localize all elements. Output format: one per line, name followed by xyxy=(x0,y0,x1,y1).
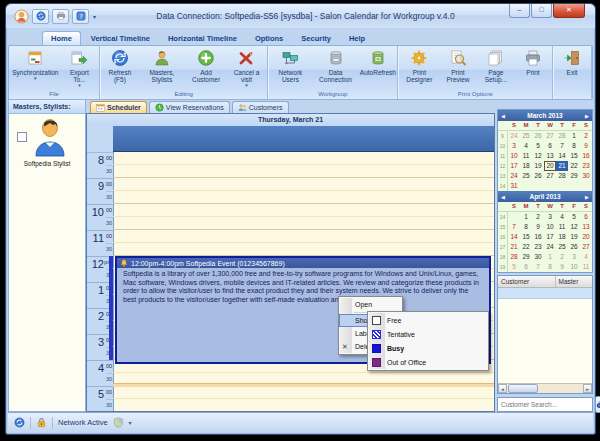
calendar-day[interactable]: 10 xyxy=(544,222,556,232)
submenu-item-out-of-office[interactable]: Out of Office xyxy=(368,355,488,369)
calendar-day[interactable]: 17 xyxy=(508,161,520,171)
ribbon-button-cancel-a-visit[interactable]: Cancel a visit▾ xyxy=(227,47,266,89)
calendar-day[interactable]: 9 xyxy=(580,141,592,151)
calendar-day[interactable]: 28 xyxy=(508,252,520,262)
menu-item-open[interactable]: Open xyxy=(339,298,402,311)
calendar-day[interactable]: 11 xyxy=(580,262,592,272)
calendar-day[interactable]: 18 xyxy=(556,232,568,242)
calendar-day[interactable]: 22 xyxy=(568,161,580,171)
calendar-day[interactable]: 4 xyxy=(556,212,568,222)
calendar-day[interactable]: 25 xyxy=(556,242,568,252)
calendar-day[interactable]: 12 xyxy=(532,151,544,161)
submenu-item-tentative[interactable]: Tentative xyxy=(368,327,488,341)
calendar-day[interactable]: 7 xyxy=(556,141,568,151)
calendar-day[interactable]: 28 xyxy=(556,171,568,181)
calendar-day[interactable]: 6 xyxy=(580,212,592,222)
calendar-day[interactable]: 12 xyxy=(568,222,580,232)
master-column-header[interactable]: Master xyxy=(556,276,592,287)
calendar-day[interactable]: 8 xyxy=(568,141,580,151)
customer-search-input[interactable] xyxy=(497,397,593,412)
calendar-day[interactable]: 25 xyxy=(520,131,532,141)
calendar-day[interactable]: 3 xyxy=(568,252,580,262)
ribbon-tab-vertical-timeline[interactable]: Vertical Timeline xyxy=(83,32,158,45)
calendar-day[interactable]: 23 xyxy=(580,161,592,171)
calendar-day[interactable]: 20 xyxy=(544,161,556,171)
calendar-day[interactable]: 17 xyxy=(544,232,556,242)
calendar-day[interactable]: 13 xyxy=(544,151,556,161)
time-slot[interactable] xyxy=(113,243,494,256)
calendar-day[interactable]: 20 xyxy=(580,232,592,242)
prev-month-icon[interactable]: ◀ xyxy=(498,194,508,200)
calendar-day[interactable]: 6 xyxy=(520,262,532,272)
calendar-day[interactable]: 16 xyxy=(532,232,544,242)
calendar-day[interactable]: 11 xyxy=(520,151,532,161)
calendar-day[interactable]: 15 xyxy=(520,232,532,242)
calendar-day[interactable]: 8 xyxy=(544,262,556,272)
calendar-day[interactable]: 1 xyxy=(520,212,532,222)
calendar-day[interactable]: 9 xyxy=(532,222,544,232)
time-slot[interactable] xyxy=(113,217,494,230)
calendar-day[interactable]: 10 xyxy=(508,151,520,161)
close-button[interactable]: ✕ xyxy=(553,4,585,18)
calendar-day[interactable]: 2 xyxy=(580,131,592,141)
calendar-day[interactable]: 27 xyxy=(544,131,556,141)
calendar-day[interactable]: 15 xyxy=(568,151,580,161)
time-slot[interactable] xyxy=(113,230,494,243)
network-shield-icon[interactable] xyxy=(113,417,124,428)
ribbon-tab-security[interactable]: Security xyxy=(293,32,339,45)
ribbon-button-masters-stylists[interactable]: Masters, Stylists xyxy=(139,47,186,89)
calendar-day[interactable]: 21 xyxy=(508,242,520,252)
ribbon-button-print[interactable]: Print xyxy=(515,47,551,89)
calendar-day[interactable]: 25 xyxy=(520,171,532,181)
ribbon-tab-horizontal-timeline[interactable]: Horizontal Timeline xyxy=(160,32,245,45)
ribbon-button-refresh-f5[interactable]: Refresh (F5) xyxy=(101,47,138,89)
calendar-day[interactable]: 1 xyxy=(568,131,580,141)
next-month-icon[interactable]: ▶ xyxy=(582,194,592,200)
calendar-day[interactable]: 19 xyxy=(568,232,580,242)
calendar-day[interactable]: 6 xyxy=(544,141,556,151)
customer-column-header[interactable]: Customer xyxy=(498,276,556,287)
calendar-day[interactable]: 5 xyxy=(532,141,544,151)
time-slot[interactable] xyxy=(113,165,494,178)
calendar-day[interactable]: 28 xyxy=(556,131,568,141)
ribbon-button-add-customer[interactable]: Add Customer xyxy=(185,47,227,89)
calendar-day[interactable]: 30 xyxy=(532,252,544,262)
status-dropdown-icon[interactable]: ▾ xyxy=(129,419,132,426)
customer-grid-hscrollbar[interactable]: ◂ ▸ xyxy=(498,383,592,393)
submenu-item-free[interactable]: Free xyxy=(368,313,488,327)
refresh-status-icon[interactable] xyxy=(14,417,25,428)
ribbon-button-print-preview[interactable]: Print Preview xyxy=(439,47,476,89)
stylist-checkbox[interactable] xyxy=(17,132,27,142)
calendar-day[interactable]: 24 xyxy=(544,242,556,252)
minimize-button[interactable]: – xyxy=(509,4,530,18)
calendar-day[interactable]: 8 xyxy=(520,222,532,232)
calendar-day[interactable]: 7 xyxy=(508,222,520,232)
calendar-day[interactable]: 3 xyxy=(544,212,556,222)
time-slot[interactable] xyxy=(113,204,494,217)
calendar-day[interactable]: 26 xyxy=(532,131,544,141)
calendar-day[interactable]: 30 xyxy=(580,171,592,181)
lock-icon[interactable] xyxy=(36,417,47,428)
time-slot[interactable] xyxy=(113,178,494,191)
calendar-day[interactable]: 5 xyxy=(568,212,580,222)
ribbon-button-export-to[interactable]: Export To...▾ xyxy=(61,47,99,89)
calendar-day[interactable]: 22 xyxy=(520,242,532,252)
ribbon-button-data-connection[interactable]: Data Connection xyxy=(312,47,360,89)
next-month-icon[interactable]: ▶ xyxy=(582,113,592,119)
calendar-day[interactable]: 16 xyxy=(580,151,592,161)
calendar-day[interactable]: 26 xyxy=(568,242,580,252)
stylist-list-item[interactable]: Softpedia Stylist xyxy=(9,114,85,172)
tab-view-reservations[interactable]: View Reservations xyxy=(149,101,230,113)
calendar-day[interactable]: 29 xyxy=(520,252,532,262)
ribbon-button-synchronization[interactable]: Synchronization▾ xyxy=(10,47,61,89)
tab-customers[interactable]: Customers xyxy=(232,101,289,113)
calendar-day[interactable]: 5 xyxy=(508,262,520,272)
ribbon-tab-help[interactable]: Help xyxy=(341,32,373,45)
ribbon-button-autorefresh[interactable]: AutoRefresh xyxy=(359,47,396,89)
calendar-day[interactable]: 14 xyxy=(556,151,568,161)
time-slot[interactable] xyxy=(113,386,494,399)
scrollbar-thumb[interactable] xyxy=(508,384,538,393)
calendar-day[interactable]: 23 xyxy=(532,242,544,252)
calendar-day[interactable]: 1 xyxy=(544,252,556,262)
ribbon-button-print-designer[interactable]: Print Designer xyxy=(399,47,439,89)
